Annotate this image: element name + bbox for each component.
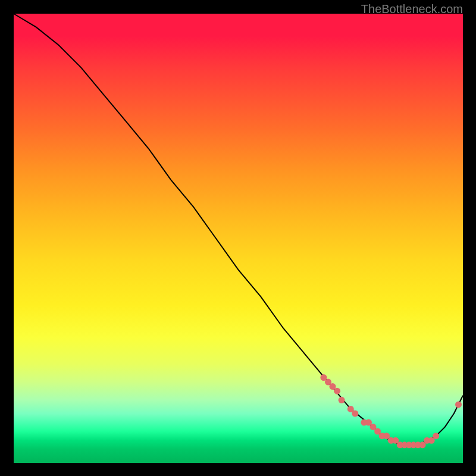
chart-svg: [14, 14, 463, 463]
watermark-text: TheBottleneck.com: [361, 2, 463, 16]
highlight-points-group: [320, 374, 462, 448]
main-curve: [14, 14, 463, 445]
highlight-point: [339, 397, 345, 403]
highlight-point: [352, 411, 358, 417]
highlight-point: [433, 433, 439, 439]
chart-plot-area: [14, 14, 463, 463]
highlight-point: [455, 401, 462, 408]
highlight-point: [334, 388, 340, 394]
